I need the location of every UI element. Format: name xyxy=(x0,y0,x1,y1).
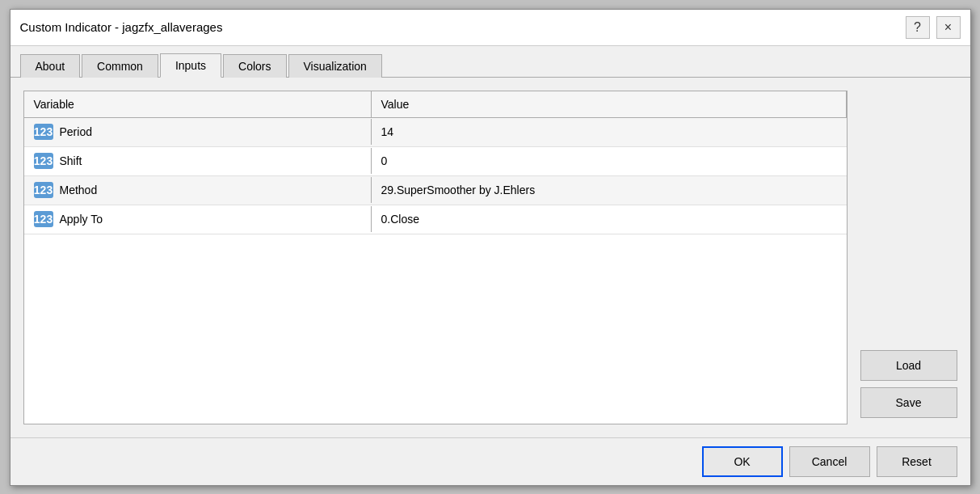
side-buttons: Load Save xyxy=(860,91,957,424)
save-button[interactable]: Save xyxy=(860,387,957,418)
value-cell-apply-to[interactable]: 0.Close xyxy=(372,208,847,230)
table-row[interactable]: 123 Shift 0 xyxy=(24,147,847,176)
type-icon-period: 123 xyxy=(34,124,53,140)
header-variable: Variable xyxy=(24,91,372,117)
reset-button[interactable]: Reset xyxy=(877,446,957,477)
tabs-bar: About Common Inputs Colors Visualization xyxy=(11,46,970,78)
tab-colors[interactable]: Colors xyxy=(223,54,286,78)
table-header: Variable Value xyxy=(24,91,847,118)
value-cell-period[interactable]: 14 xyxy=(372,120,847,143)
value-cell-method[interactable]: 29.SuperSmoother by J.Ehlers xyxy=(372,179,847,201)
close-button[interactable]: × xyxy=(936,16,961,39)
content-area: Variable Value 123 Period 14 123 Shift 0 xyxy=(11,78,970,437)
value-cell-shift[interactable]: 0 xyxy=(372,150,847,172)
load-button[interactable]: Load xyxy=(860,350,957,381)
cancel-button[interactable]: Cancel xyxy=(789,446,870,477)
ok-button[interactable]: OK xyxy=(702,446,783,477)
type-icon-apply-to: 123 xyxy=(34,211,53,227)
variable-cell-method: 123 Method xyxy=(24,177,372,203)
dialog-window: Custom Indicator - jagzfx_allaverages ? … xyxy=(10,9,971,486)
tab-about[interactable]: About xyxy=(20,54,81,78)
type-icon-method: 123 xyxy=(34,182,53,198)
tab-common[interactable]: Common xyxy=(82,54,158,78)
table-row[interactable]: 123 Apply To 0.Close xyxy=(24,205,847,234)
variable-cell-period: 123 Period xyxy=(24,119,372,145)
bottom-bar: OK Cancel Reset xyxy=(11,437,970,485)
inputs-table: Variable Value 123 Period 14 123 Shift 0 xyxy=(23,91,848,424)
type-icon-shift: 123 xyxy=(34,153,53,169)
dialog-title: Custom Indicator - jagzfx_allaverages xyxy=(20,20,223,34)
help-button[interactable]: ? xyxy=(906,16,930,39)
title-bar-right: ? × xyxy=(906,16,961,39)
table-row[interactable]: 123 Method 29.SuperSmoother by J.Ehlers xyxy=(24,176,847,205)
variable-cell-shift: 123 Shift xyxy=(24,148,372,174)
title-bar-left: Custom Indicator - jagzfx_allaverages xyxy=(20,20,223,34)
variable-cell-apply-to: 123 Apply To xyxy=(24,206,372,232)
header-value: Value xyxy=(372,91,847,117)
tab-inputs[interactable]: Inputs xyxy=(160,53,221,78)
tab-visualization[interactable]: Visualization xyxy=(288,54,382,78)
title-bar: Custom Indicator - jagzfx_allaverages ? … xyxy=(11,10,970,46)
table-row[interactable]: 123 Period 14 xyxy=(24,118,847,147)
